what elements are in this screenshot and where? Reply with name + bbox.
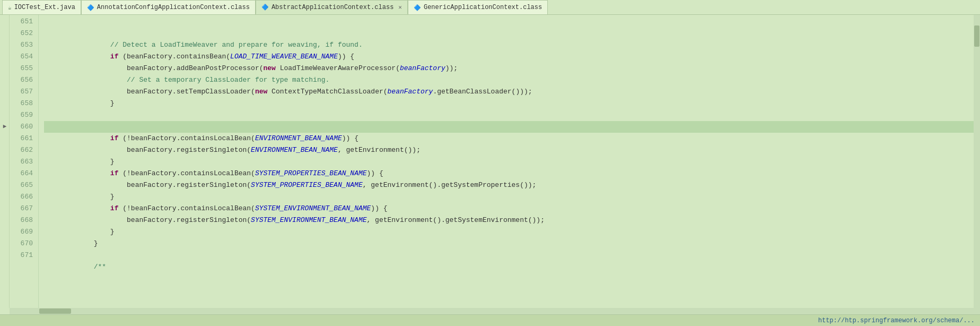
code-line-664: beanFactory.registerSingleton(SYSTEM_PRO… [44, 168, 974, 179]
tab-abstract-app-context[interactable]: 🔷 AbstractApplicationContext.class ✕ [256, 0, 408, 14]
scrollbar-thumb-h[interactable] [39, 308, 71, 314]
code-line-667: beanFactory.registerSingleton(SYSTEM_ENV… [44, 203, 974, 215]
ln-662: 662 [10, 144, 33, 156]
ln-654: 654 [10, 51, 33, 63]
tab-annotation-config[interactable]: 🔷 AnnotationConfigApplicationContext.cla… [81, 0, 256, 14]
editor-container: ☕ IOCTest_Ext.java 🔷 AnnotationConfigApp… [0, 0, 980, 326]
gutter-663 [0, 155, 10, 167]
ln-657: 657 [10, 86, 33, 98]
code-671-javadoc: /** [77, 263, 106, 271]
class-file-icon-3: 🔷 [414, 4, 421, 11]
gutter-657 [0, 85, 10, 97]
code-content[interactable]: // Detect a LoadTimeWeaver and prepare f… [39, 15, 974, 308]
tab-bar: ☕ IOCTest_Ext.java 🔷 AnnotationConfigApp… [0, 0, 980, 15]
code-line-657: } [44, 86, 974, 98]
gutter-670 [0, 237, 10, 248]
ln-652: 652 [10, 28, 33, 39]
status-bar: http://htp.springframework.org/schema/..… [0, 314, 980, 326]
ln-653: 653 [10, 39, 33, 51]
scrollbar-thumb-v[interactable] [974, 25, 979, 47]
code-line-653: if (beanFactory.containsBean(LOAD_TIME_W… [44, 39, 974, 51]
class-file-icon-1: 🔷 [87, 4, 94, 11]
ln-658: 658 [10, 98, 33, 109]
bottom-area [0, 308, 980, 314]
tab-label-3: AbstractApplicationContext.class [272, 4, 393, 11]
code-line-651 [44, 16, 974, 28]
code-line-665: } [44, 179, 974, 191]
gutter-668 [0, 213, 10, 225]
code-line-662: } [44, 144, 974, 156]
code-line-663: if (!beanFactory.containsLocalBean(SYSTE… [44, 156, 974, 168]
code-line-654: beanFactory.addBeanPostProcessor(new Loa… [44, 51, 974, 63]
code-line-666: if (!beanFactory.containsLocalBean(SYSTE… [44, 191, 974, 203]
code-line-668: } [44, 215, 974, 226]
ln-655: 655 [10, 63, 33, 74]
tab-label-4: GenericApplicationContext.class [424, 4, 542, 11]
class-file-icon-2: 🔷 [261, 4, 269, 11]
ln-659: 659 [10, 109, 33, 121]
tab-ioctest[interactable]: ☕ IOCTest_Ext.java [2, 0, 81, 14]
gutter-654 [0, 50, 10, 62]
ln-656: 656 [10, 74, 33, 86]
ln-670: 670 [10, 238, 33, 250]
code-line-661: beanFactory.registerSingleton(ENVIRONMEN… [44, 133, 974, 144]
ln-661: 661 [10, 133, 33, 144]
gutter-666 [0, 190, 10, 202]
gutter-664 [0, 167, 10, 178]
vertical-scrollbar[interactable] [974, 15, 980, 308]
code-line-652: // Detect a LoadTimeWeaver and prepare f… [44, 28, 974, 39]
ln-671: 671 [10, 250, 33, 261]
horizontal-scrollbar[interactable] [33, 308, 974, 314]
gutter-660-arrow: ▶ [0, 120, 10, 132]
gutter-659 [0, 108, 10, 120]
code-line-669: } [44, 226, 974, 238]
ln-664: 664 [10, 168, 33, 179]
tab-label: IOCTest_Ext.java [14, 4, 75, 11]
code-line-656: beanFactory.setTempClassLoader(new Conte… [44, 74, 974, 86]
code-line-671: /** [44, 250, 974, 261]
code-line-660: if (!beanFactory.containsLocalBean(ENVIR… [44, 121, 974, 133]
gutter-658 [0, 97, 10, 108]
close-tab-button[interactable]: ✕ [398, 4, 402, 11]
gutter-655 [0, 62, 10, 73]
tab-generic-app-context[interactable]: 🔷 GenericApplicationContext.class [408, 0, 548, 14]
line-numbers: 651 652 653 654 655 656 657 658 659 660 … [10, 15, 39, 308]
gutter-669 [0, 225, 10, 237]
gutter-662 [0, 143, 10, 155]
gutter-651 [0, 15, 10, 27]
ln-651: 651 [10, 16, 33, 28]
ln-660: 660 [10, 121, 33, 133]
code-line-658 [44, 98, 974, 109]
ln-669: 669 [10, 226, 33, 238]
gutter-653 [0, 38, 10, 50]
tab-label-2: AnnotationConfigApplicationContext.class [97, 4, 250, 11]
gutter-671 [0, 248, 10, 260]
ln-663: 663 [10, 156, 33, 168]
status-url: http://htp.springframework.org/schema/..… [818, 317, 975, 324]
code-line-659: // Register default environment beans. [44, 109, 974, 121]
line-gutter: ▶ [0, 15, 10, 308]
gutter-656 [0, 73, 10, 85]
gutter-665 [0, 178, 10, 190]
gutter-652 [0, 27, 10, 38]
code-line-655: // Set a temporary ClassLoader for type … [44, 63, 974, 74]
java-file-icon: ☕ [8, 4, 12, 11]
code-line-670 [44, 238, 974, 250]
gutter-667 [0, 202, 10, 213]
ln-667: 667 [10, 203, 33, 215]
ln-668: 668 [10, 215, 33, 226]
gutter-661 [0, 132, 10, 143]
ln-665: 665 [10, 179, 33, 191]
code-area: ▶ 651 652 653 654 655 656 657 658 659 66… [0, 15, 980, 308]
ln-666: 666 [10, 191, 33, 203]
